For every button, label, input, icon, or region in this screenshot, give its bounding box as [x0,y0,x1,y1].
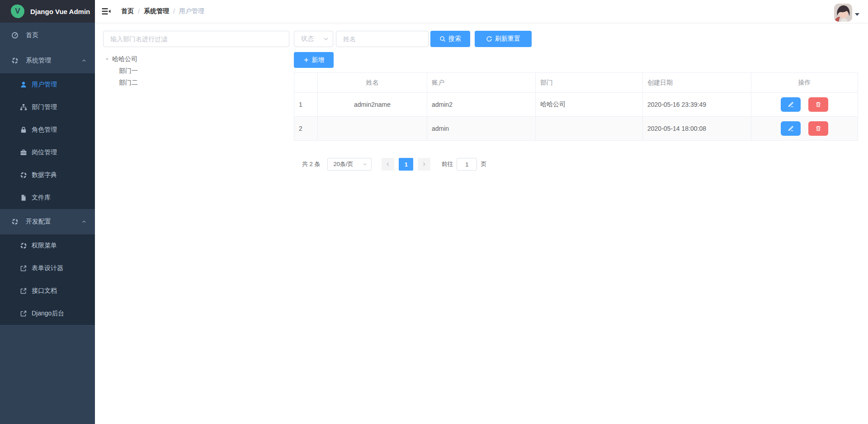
system-submenu: 用户管理 部门管理 角色管理 岗位管理 数据字典 文件库 [0,73,95,209]
sidebar-item-label: 权限菜单 [32,242,57,250]
sidebar-item-label: 部门管理 [32,103,57,111]
delete-button[interactable] [808,121,828,136]
sidebar-item-api-docs[interactable]: 接口文档 [0,280,95,302]
breadcrumb-home[interactable]: 首页 [121,7,134,15]
dev-submenu: 权限菜单 表单设计器 接口文档 Django后台 [0,234,95,325]
edit-button[interactable] [781,97,801,112]
component-icon [11,218,19,225]
sidebar-item-django-backend[interactable]: Django后台 [0,302,95,325]
sidebar-item-label: 接口文档 [32,287,57,295]
page-size-select[interactable]: 20条/页 [327,158,372,171]
sidebar: V Django Vue Admin 首页 系统管理 用户管理 部门管理 角 [0,0,95,424]
sidebar-section-label: 系统管理 [26,57,51,65]
main-area: 首页 / 系统管理 / 用户管理 状态 [95,0,868,424]
sidebar-item-files[interactable]: 文件库 [0,186,95,209]
chevron-right-icon [421,162,427,167]
sidebar-section-system[interactable]: 系统管理 [0,48,95,73]
search-button-label: 搜索 [448,35,461,43]
dept-filter-input[interactable] [103,31,289,47]
org-tree-icon [20,104,27,111]
cell-name: admin2name [318,93,427,117]
component-icon [20,172,27,179]
sidebar-section-label: 开发配置 [26,218,51,226]
delete-button[interactable] [808,97,828,112]
component-icon [20,242,27,249]
cell-created: 2020-05-16 23:39:49 [643,93,751,117]
cell-dept: 哈哈公司 [536,93,643,117]
goto-page-input[interactable] [457,158,477,171]
column-header-actions: 操作 [751,73,858,93]
cell-index: 1 [294,93,318,117]
tree-node-label: 部门一 [119,67,138,75]
breadcrumb: 首页 / 系统管理 / 用户管理 [121,7,204,15]
sidebar-item-users[interactable]: 用户管理 [0,73,95,96]
cell-dept [536,117,643,141]
cell-account: admin [427,117,536,141]
trash-icon [815,125,821,132]
briefcase-icon [20,149,27,156]
tree-node-label: 部门二 [119,79,138,87]
user-avatar-dropdown[interactable] [834,1,861,22]
user-table-panel: 新增 姓名 账户 部门 创建日期 操作 [294,52,858,171]
content-body: 哈哈公司 部门一 部门二 新增 [103,52,858,171]
user-table: 姓名 账户 部门 创建日期 操作 1 admin2name admin2 哈哈公 [294,72,858,141]
cell-actions [751,117,858,141]
goto-label: 前往 [441,160,453,168]
tree-node-root[interactable]: 哈哈公司 [103,53,294,65]
reset-button-label: 刷新重置 [495,35,520,43]
name-filter-input[interactable] [336,31,429,47]
page-number-1[interactable]: 1 [399,158,413,171]
tree-node-child[interactable]: 部门二 [103,77,294,89]
chevron-down-icon [323,36,329,42]
app-logo-link[interactable]: V Django Vue Admin [0,0,95,23]
search-icon [439,36,446,42]
tree-node-label: 哈哈公司 [112,55,137,63]
cell-account: admin2 [427,93,536,117]
cell-actions [751,93,858,117]
app-title: Django Vue Admin [30,8,90,15]
sidebar-item-label: 数据字典 [32,171,57,179]
sidebar-item-home[interactable]: 首页 [0,23,95,48]
navbar-right [834,1,861,22]
sidebar-item-dictionary[interactable]: 数据字典 [0,164,95,186]
status-select[interactable]: 状态 [294,31,333,47]
sidebar-item-form-designer[interactable]: 表单设计器 [0,257,95,280]
hamburger-icon[interactable] [102,7,111,16]
sidebar-item-positions[interactable]: 岗位管理 [0,141,95,164]
edit-icon [788,125,794,132]
sidebar-item-label: 用户管理 [32,81,57,89]
tree-node-child[interactable]: 部门一 [103,65,294,77]
sidebar-item-label: 岗位管理 [32,148,57,157]
chevron-left-icon [385,162,391,167]
chevron-down-icon [362,162,368,167]
sidebar-item-roles[interactable]: 角色管理 [0,119,95,141]
cell-index: 2 [294,117,318,141]
sidebar-item-label: Django后台 [32,310,64,318]
sidebar-item-permission-menu[interactable]: 权限菜单 [0,234,95,257]
add-user-button[interactable]: 新增 [294,52,334,68]
plus-icon [303,57,309,63]
cell-name [318,117,427,141]
department-tree: 哈哈公司 部门一 部门二 [103,52,294,171]
edit-button[interactable] [781,121,801,136]
sidebar-item-departments[interactable]: 部门管理 [0,96,95,119]
external-link-icon [20,287,27,295]
sidebar-item-label: 首页 [26,31,38,39]
next-page-button[interactable] [418,158,430,171]
breadcrumb-system[interactable]: 系统管理 [144,7,169,15]
breadcrumb-separator: / [138,8,140,15]
sidebar-section-dev[interactable]: 开发配置 [0,209,95,234]
logo-letter: V [15,7,20,16]
breadcrumb-separator: / [173,8,175,15]
refresh-reset-button[interactable]: 刷新重置 [475,31,532,47]
table-row: 1 admin2name admin2 哈哈公司 2020-05-16 23:3… [294,93,858,117]
chevron-up-icon [81,58,87,63]
page-size-value: 20条/页 [333,160,353,168]
refresh-icon [486,36,492,42]
sidebar-item-label: 文件库 [32,194,51,202]
add-button-label: 新增 [312,56,325,64]
prev-page-button[interactable] [382,158,394,171]
search-button[interactable]: 搜索 [430,31,470,47]
component-icon [11,57,19,64]
caret-down-icon[interactable] [103,57,112,62]
